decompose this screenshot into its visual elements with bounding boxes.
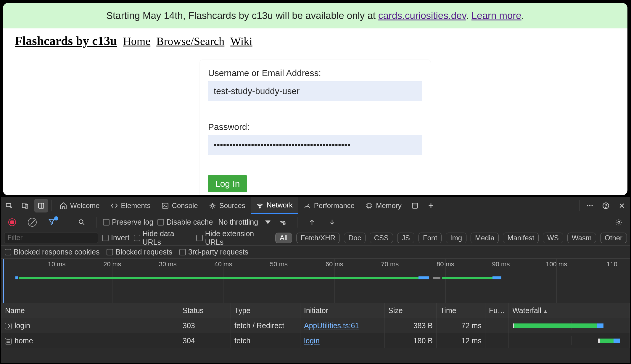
svg-rect-9 (412, 203, 417, 208)
svg-point-15 (591, 205, 593, 206)
tab-elements[interactable]: Elements (105, 197, 156, 214)
banner-text: Starting May 14th, Flashcards by c13u wi… (106, 10, 378, 21)
tab-welcome[interactable]: Welcome (54, 197, 105, 214)
filter-bar-2: Blocked response cookies Blocked request… (1, 246, 630, 259)
record-button[interactable] (5, 215, 19, 229)
tab-network[interactable]: Network (251, 197, 298, 214)
timeline-tick-label: 80 ms (437, 260, 454, 268)
throttling-select[interactable]: No throttling (218, 218, 258, 226)
filter-chip-media[interactable]: Media (471, 233, 499, 243)
timeline-tick-label: 10 ms (48, 260, 66, 268)
filter-toggle-button[interactable] (46, 215, 59, 229)
table-row[interactable]: login303fetch / RedirectAppUtilities.ts:… (1, 318, 630, 333)
tab-sources[interactable]: Sources (203, 197, 251, 214)
divider (96, 217, 96, 228)
clear-button[interactable] (25, 215, 39, 229)
tab-console[interactable]: Console (156, 197, 203, 214)
banner-link-learn-more[interactable]: Learn more (471, 10, 521, 21)
timeline-tick-label: 30 ms (159, 260, 177, 268)
more-options-icon[interactable] (583, 199, 597, 212)
password-label: Password: (208, 122, 422, 132)
performance-icon (303, 202, 311, 210)
hide-extension-urls-checkbox[interactable]: Hide extension URLs (196, 229, 271, 247)
help-icon[interactable] (599, 199, 613, 212)
filter-chip-doc[interactable]: Doc (344, 233, 366, 243)
cell-initiator: login (300, 333, 385, 348)
divider (67, 217, 67, 228)
svg-rect-5 (162, 203, 168, 208)
col-fulfilled[interactable]: Fu… (485, 303, 509, 318)
cell-type: fetch (231, 333, 300, 348)
nav-home[interactable]: Home (123, 35, 150, 48)
panel-layout-icon[interactable] (408, 199, 422, 212)
cell-status: 303 (179, 318, 231, 333)
device-toolbar-icon[interactable] (18, 199, 32, 212)
blocked-cookies-checkbox[interactable]: Blocked response cookies (5, 248, 99, 256)
cell-initiator: AppUtilities.ts:61 (300, 318, 385, 333)
cell-name: home (1, 333, 179, 348)
cell-waterfall (509, 333, 630, 348)
hide-data-urls-checkbox[interactable]: Hide data URLs (134, 229, 192, 247)
preserve-log-checkbox[interactable]: Preserve log (103, 218, 153, 226)
col-initiator[interactable]: Initiator (300, 303, 385, 318)
timeline-playhead[interactable] (3, 259, 4, 303)
filter-active-badge-icon (54, 216, 58, 220)
svg-rect-3 (38, 203, 44, 208)
cell-fulfilled (485, 318, 509, 333)
timeline-tick-label: 100 ms (546, 260, 567, 268)
timeline-tick-label: 90 ms (492, 260, 510, 268)
timeline-tick-label: 20 ms (103, 260, 121, 268)
filter-chip-fetch[interactable]: Fetch/XHR (296, 233, 340, 243)
blocked-requests-checkbox[interactable]: Blocked requests (107, 248, 172, 256)
network-table: Name Status Type Initiator Size Time Fu…… (1, 303, 630, 348)
nav-wiki[interactable]: Wiki (230, 35, 252, 48)
request-type-icon (5, 338, 12, 344)
close-devtools-icon[interactable] (615, 199, 629, 212)
col-name[interactable]: Name (1, 303, 179, 318)
home-icon (59, 202, 67, 210)
third-party-checkbox[interactable]: 3rd-party requests (179, 248, 248, 256)
initiator-link[interactable]: AppUtilities.ts:61 (304, 321, 359, 330)
filter-chip-wasm[interactable]: Wasm (567, 233, 596, 243)
announcement-banner: Starting May 14th, Flashcards by c13u wi… (3, 3, 627, 28)
password-input[interactable] (208, 135, 422, 155)
filter-chip-js[interactable]: JS (397, 233, 414, 243)
disable-cache-checkbox[interactable]: Disable cache (157, 218, 213, 226)
tab-memory[interactable]: Memory (360, 197, 407, 214)
col-type[interactable]: Type (231, 303, 300, 318)
search-button[interactable] (75, 215, 88, 229)
filter-chip-ws[interactable]: WS (543, 233, 563, 243)
filter-chip-all[interactable]: All (275, 233, 292, 243)
col-waterfall[interactable]: Waterfall (509, 303, 630, 318)
banner-link-domain[interactable]: cards.curiosities.dev (378, 10, 466, 21)
brand-link[interactable]: Flashcards by c13u (15, 34, 117, 48)
filter-chip-other[interactable]: Other (600, 233, 627, 243)
username-input[interactable] (208, 81, 422, 101)
nav-browse[interactable]: Browse/Search (156, 35, 224, 48)
tab-performance[interactable]: Performance (298, 197, 360, 214)
import-har-icon[interactable] (305, 215, 319, 229)
col-status[interactable]: Status (179, 303, 231, 318)
filter-input[interactable] (4, 233, 98, 243)
filter-chip-font[interactable]: Font (418, 233, 442, 243)
dropdown-caret-icon[interactable] (265, 220, 271, 224)
col-size[interactable]: Size (385, 303, 437, 318)
col-time[interactable]: Time (437, 303, 485, 318)
svg-point-25 (618, 221, 620, 223)
filter-chip-css[interactable]: CSS (370, 233, 393, 243)
filter-chip-manifest[interactable]: Manifest (503, 233, 539, 243)
new-tab-icon[interactable] (424, 199, 438, 212)
network-settings-icon[interactable] (612, 215, 626, 229)
export-har-icon[interactable] (325, 215, 339, 229)
invert-checkbox[interactable]: Invert (102, 233, 130, 242)
inspect-element-icon[interactable] (2, 199, 16, 212)
timeline-overview[interactable]: 10 ms20 ms30 ms40 ms50 ms60 ms70 ms80 ms… (1, 259, 630, 303)
page-viewport: Starting May 14th, Flashcards by c13u wi… (3, 3, 627, 195)
initiator-link[interactable]: login (304, 336, 320, 345)
network-conditions-icon[interactable] (276, 215, 289, 229)
dock-side-icon[interactable] (34, 199, 48, 212)
filter-chip-img[interactable]: Img (446, 233, 466, 243)
timeline-tick-label: 50 ms (270, 260, 288, 268)
login-button[interactable]: Log In (208, 175, 247, 192)
table-row[interactable]: home304fetchlogin180 B12 ms (1, 333, 630, 348)
